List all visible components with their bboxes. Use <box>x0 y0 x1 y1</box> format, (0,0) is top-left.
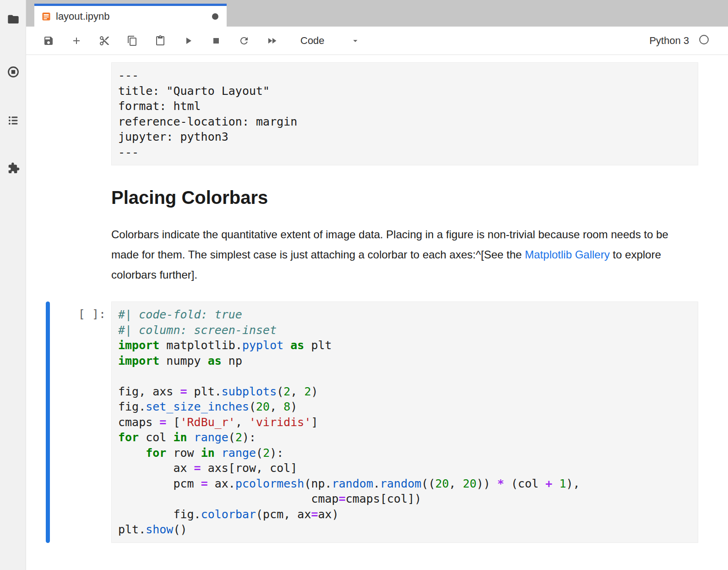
raw-cell-content[interactable]: ---title: "Quarto Layout"format: htmlref… <box>111 62 698 165</box>
raw-line: jupyter: python3 <box>118 129 691 145</box>
raw-line: format: html <box>118 99 691 114</box>
dock-tab-bar: layout.ipynb <box>26 0 728 27</box>
code-line: ax = axs[row, col] <box>118 460 691 476</box>
code-editor[interactable]: #| code-fold: true#| column: screen-inse… <box>111 301 698 543</box>
code-line: for row in range(2): <box>118 445 691 461</box>
raw-line: reference-location: margin <box>118 114 691 130</box>
code-cell: [ ]: #| code-fold: true#| column: screen… <box>46 301 698 543</box>
chevron-down-icon <box>350 36 360 46</box>
tab-layout-ipynb[interactable]: layout.ipynb <box>34 4 227 27</box>
code-line: #| code-fold: true <box>118 307 691 323</box>
paste-cells-button[interactable] <box>154 35 166 47</box>
raw-line: --- <box>118 145 691 160</box>
cell-input-prompt: [ ]: <box>50 301 111 543</box>
markdown-cell: Placing Colorbars Colorbars indicate the… <box>46 187 698 285</box>
insert-cell-button[interactable] <box>71 35 82 47</box>
notebook-file-icon <box>42 12 51 21</box>
raw-line: --- <box>118 68 691 83</box>
code-line: cmap=cmaps[col]) <box>118 491 691 507</box>
kernel-group: Python 3 <box>649 34 710 47</box>
unsaved-changes-dot[interactable] <box>212 13 218 20</box>
notebook-toolbar: Code Python 3 <box>26 27 728 55</box>
matplotlib-gallery-link[interactable]: Matplotlib Gallery <box>525 248 609 261</box>
restart-kernel-button[interactable] <box>238 35 250 47</box>
code-line: fig.colorbar(pcm, ax=ax) <box>118 507 691 522</box>
running-kernels-icon[interactable] <box>0 64 26 80</box>
extensions-icon[interactable] <box>0 160 26 176</box>
code-line: import numpy as np <box>118 353 691 369</box>
table-of-contents-icon[interactable] <box>0 112 26 129</box>
code-line: fig.set_size_inches(20, 8) <box>118 399 691 415</box>
code-line: cmaps = ['RdBu_r', 'viridis'] <box>118 415 691 430</box>
code-line: for col in range(2): <box>118 430 691 445</box>
interrupt-kernel-button[interactable] <box>210 35 222 47</box>
restart-run-all-button[interactable] <box>266 35 278 47</box>
cell-collapser[interactable] <box>46 62 50 165</box>
save-button[interactable] <box>43 35 54 47</box>
cell-prompt <box>50 187 111 285</box>
copy-cells-button[interactable] <box>126 35 138 47</box>
code-line: import matplotlib.pyplot as plt <box>118 338 691 353</box>
cut-cells-button[interactable] <box>98 35 110 47</box>
code-line: fig, axs = plt.subplots(2, 2) <box>118 384 691 400</box>
activity-sidebar <box>0 0 26 570</box>
cell-collapser[interactable] <box>46 187 50 285</box>
code-line: plt.show() <box>118 522 691 537</box>
raw-cell: ---title: "Quarto Layout"format: htmlref… <box>46 62 698 165</box>
code-line: #| column: screen-inset <box>118 323 691 338</box>
cell-collapser-selected[interactable] <box>46 301 50 543</box>
code-line <box>118 368 691 384</box>
markdown-rendered[interactable]: Placing Colorbars Colorbars indicate the… <box>111 187 698 285</box>
cell-type-dropdown[interactable]: Code <box>300 35 360 47</box>
tab-title: layout.ipynb <box>56 11 212 22</box>
notebook-panel: ---title: "Quarto Layout"format: htmlref… <box>26 55 728 570</box>
kernel-idle-indicator-icon[interactable] <box>698 34 710 47</box>
cell-type-value: Code <box>300 35 325 47</box>
markdown-heading: Placing Colorbars <box>111 187 698 208</box>
code-line: pcm = ax.pcolormesh(np.random.random((20… <box>118 476 691 492</box>
cell-prompt <box>50 62 111 165</box>
raw-line: title: "Quarto Layout" <box>118 83 691 99</box>
markdown-paragraph: Colorbars indicate the quantitative exte… <box>111 225 698 285</box>
run-cell-button[interactable] <box>182 35 194 47</box>
file-browser-icon[interactable] <box>0 11 26 27</box>
kernel-name[interactable]: Python 3 <box>649 35 689 47</box>
